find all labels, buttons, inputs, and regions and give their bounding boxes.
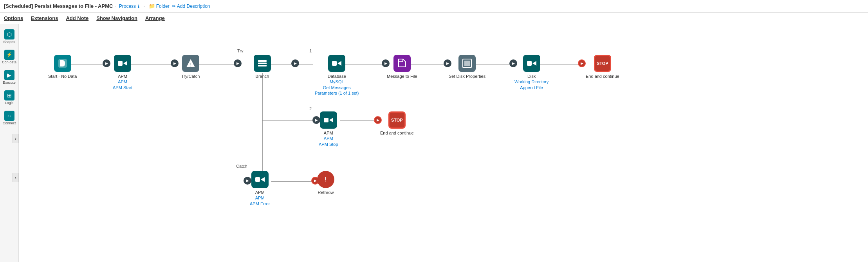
- node-database[interactable]: Database MySQL Get Messages Parameters (…: [315, 55, 359, 96]
- svg-marker-23: [337, 61, 341, 66]
- svg-rect-22: [332, 61, 337, 66]
- svg-rect-27: [464, 61, 470, 66]
- collapse-left-arrow[interactable]: ‹: [13, 173, 19, 182]
- page-title: [Scheduled] Persist Messages to File - A…: [4, 3, 113, 9]
- set-disk-label: Set Disk Properties: [449, 74, 485, 79]
- flow-lines: [19, 24, 868, 262]
- end1-label: End and continue: [586, 74, 619, 79]
- sidebar-item-execute[interactable]: ▶ Execute: [2, 68, 17, 87]
- database-label: Database: [328, 74, 346, 79]
- branch-label: Branch: [256, 74, 269, 79]
- svg-text:!: !: [189, 63, 191, 67]
- rethrow-label: Rethrow: [318, 190, 334, 195]
- connector-apm1-trycatch: ▶: [171, 59, 179, 67]
- menu-options[interactable]: Options: [4, 15, 23, 21]
- disk-label: Disk: [527, 74, 536, 79]
- database-sub2: Get Messages: [323, 85, 351, 90]
- shapes-icon: ⬡: [4, 29, 14, 39]
- node-apm-start[interactable]: APM APM APM Start: [113, 55, 132, 90]
- node-try-catch[interactable]: ! Try/Catch: [181, 55, 200, 79]
- start-label: Start - No Data: [48, 74, 77, 79]
- set-disk-icon: [458, 55, 476, 72]
- apm-stop-sub2: APM Stop: [319, 142, 338, 147]
- connector-disk-end1: ▶: [578, 59, 586, 67]
- svg-rect-28: [527, 61, 532, 66]
- process-link[interactable]: Process ℹ: [119, 4, 140, 9]
- title-separator: ·: [115, 4, 116, 9]
- folder-link[interactable]: 📁 Folder: [149, 3, 170, 9]
- node-disk[interactable]: Disk Working Directory Append File: [514, 55, 549, 90]
- logic-icon: ⊞: [4, 90, 14, 100]
- connector-start-apm1: ▶: [103, 59, 110, 67]
- sidebar-item-connect[interactable]: ↔ Connect: [2, 109, 17, 127]
- menu-add-note[interactable]: Add Note: [66, 15, 88, 21]
- node-message-to-file[interactable]: Message to File: [387, 55, 417, 79]
- menu-show-navigation[interactable]: Show Navigation: [96, 15, 137, 21]
- svg-rect-20: [258, 63, 267, 64]
- end2-label: End and continue: [380, 130, 414, 136]
- canvas: Try 1 2 Catch Start - No Data ▶ APM APM …: [19, 24, 868, 262]
- apm-stop-label: APM: [324, 130, 333, 136]
- database-icon: [328, 55, 345, 72]
- message-file-icon: [393, 55, 411, 72]
- sidebar-item-logic[interactable]: ⊞ Logic: [2, 88, 17, 107]
- apm-start-icon: [114, 55, 131, 72]
- node-branch[interactable]: Branch: [254, 55, 271, 79]
- apm-start-sub1: APM: [118, 79, 127, 84]
- start-icon: [54, 55, 71, 72]
- apm-start-sub2: APM Start: [113, 85, 132, 90]
- sidebar: ⬡ Shapes ⚡ Con-beta ▶ Execute ⊞ Logic ↔ …: [0, 24, 19, 262]
- connect-icon: ↔: [4, 111, 14, 121]
- menu-arrange[interactable]: Arrange: [145, 15, 165, 21]
- shapes-label: Shapes: [3, 40, 15, 44]
- svg-marker-29: [532, 61, 536, 66]
- try-catch-icon: !: [182, 55, 199, 72]
- apm-stop-icon: [320, 111, 337, 129]
- title-bar: [Scheduled] Persist Messages to File - A…: [0, 0, 868, 13]
- try-catch-label: Try/Catch: [181, 74, 200, 79]
- flow-label-1: 1: [309, 48, 312, 53]
- branch-icon: [254, 55, 271, 72]
- flow-label-2: 2: [309, 106, 312, 111]
- svg-marker-31: [329, 118, 333, 122]
- apm-stop-sub1: APM: [324, 136, 333, 141]
- apm-error-sub1: APM: [255, 195, 265, 201]
- database-sub1: MySQL: [330, 79, 344, 84]
- rethrow-icon: !: [317, 171, 334, 188]
- sidebar-item-con-beta[interactable]: ⚡ Con-beta: [2, 48, 17, 66]
- flow-label-catch: Catch: [236, 164, 247, 169]
- message-file-label: Message to File: [387, 74, 417, 79]
- end2-icon: STOP: [388, 111, 406, 129]
- disk-icon: [523, 55, 540, 72]
- collapse-right-arrow[interactable]: ›: [13, 134, 19, 143]
- connector-trycatch-branch: ▶: [234, 59, 242, 67]
- svg-marker-33: [261, 177, 265, 182]
- connector-branch-database: ▶: [291, 59, 299, 67]
- svg-rect-32: [255, 177, 260, 182]
- end1-icon: STOP: [594, 55, 611, 72]
- node-rethrow[interactable]: ! Rethrow: [317, 171, 334, 195]
- con-beta-label: Con-beta: [2, 61, 16, 65]
- execute-icon: ▶: [4, 70, 14, 80]
- node-apm-error[interactable]: APM APM APM Error: [250, 171, 270, 206]
- add-description-link[interactable]: ✏ Add Description: [172, 4, 210, 9]
- node-apm-stop[interactable]: APM APM APM Stop: [319, 111, 338, 147]
- node-set-disk-props[interactable]: Set Disk Properties: [449, 55, 485, 79]
- flow-label-try: Try: [237, 48, 243, 53]
- menu-extensions[interactable]: Extensions: [31, 15, 58, 21]
- node-end2[interactable]: STOP End and continue: [380, 111, 414, 136]
- svg-rect-30: [324, 118, 328, 122]
- svg-rect-19: [258, 60, 267, 62]
- connect-label: Connect: [3, 122, 16, 126]
- svg-rect-21: [258, 65, 267, 66]
- node-start[interactable]: Start - No Data: [48, 55, 77, 79]
- svg-rect-16: [118, 61, 123, 66]
- apm-error-icon: [251, 171, 269, 188]
- disk-sub2: Append File: [520, 85, 543, 90]
- logic-label: Logic: [5, 101, 14, 105]
- execute-label: Execute: [3, 81, 16, 85]
- apm-start-label: APM: [118, 74, 127, 79]
- sidebar-item-shapes[interactable]: ⬡ Shapes: [2, 27, 17, 46]
- menu-bar: Options Extensions Add Note Show Navigat…: [0, 13, 868, 24]
- node-end1[interactable]: STOP End and continue: [586, 55, 619, 79]
